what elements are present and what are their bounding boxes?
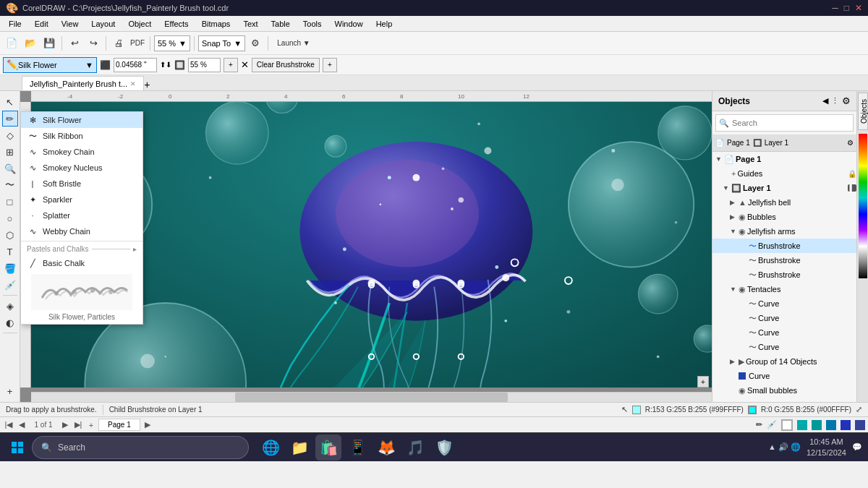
stroke-color-box[interactable] <box>781 419 793 431</box>
add-page-button[interactable]: + <box>2 383 18 399</box>
shadow-tool[interactable]: ◐ <box>2 314 18 330</box>
objects-panel-settings[interactable]: ⚙ <box>842 95 851 106</box>
objects-panel-collapse[interactable]: ◀ <box>822 95 828 106</box>
taskbar-search[interactable]: 🔍 Search <box>32 436 249 459</box>
tree-item-curve-single[interactable]: ▶ Curve <box>712 369 856 383</box>
guides-action[interactable]: 🔒 <box>848 170 856 178</box>
text-tool[interactable]: T <box>2 244 18 260</box>
nav-settings-icon[interactable]: ⚙ <box>847 139 854 147</box>
crop-tool[interactable]: ⊞ <box>2 144 18 160</box>
add-button[interactable]: + <box>323 58 337 72</box>
brush-size-spinner[interactable]: ⬆⬇ <box>160 61 171 69</box>
tree-item-curve4[interactable]: ▶ 〜 Curve <box>712 340 856 354</box>
notification-icon[interactable]: 💬 <box>852 442 862 452</box>
objects-search-box[interactable]: 🔍 <box>715 114 854 132</box>
tree-item-smallbubbles1[interactable]: ▶ ◉ Small bubbles <box>712 383 856 398</box>
undo-button[interactable]: ↩ <box>66 35 83 52</box>
maximize-button[interactable]: □ <box>844 3 849 13</box>
add-page-nav-button[interactable]: + <box>85 419 97 431</box>
brush-item-webbychain[interactable]: ∿ Webby Chain <box>21 223 142 239</box>
tree-item-page1[interactable]: ▼ 📄 Page 1 <box>712 152 856 166</box>
tree-item-curve1[interactable]: ▶ 〜 Curve <box>712 296 856 311</box>
brush-selector[interactable]: ✏️ Silk Flower ▼ <box>3 57 97 73</box>
snaptogrid-dropdown[interactable]: Snap To ▼ <box>198 35 245 51</box>
tree-item-smallbubbles2[interactable]: ▶ ◉ Small bubbles <box>712 398 856 402</box>
taskbar-app-store[interactable]: 🛍️ <box>315 435 341 461</box>
launch-button[interactable]: Launch ▼ <box>272 35 315 52</box>
brush-tool[interactable]: ✏ <box>2 111 18 127</box>
brush-item-splatter[interactable]: · Splatter <box>21 207 142 223</box>
fill-tool[interactable]: 🪣 <box>2 260 18 276</box>
tree-item-jelly-arms[interactable]: ▼ ◉ Jellyfish arms <box>712 224 856 239</box>
fill-color-box-3[interactable] <box>826 420 836 430</box>
minimize-button[interactable]: ─ <box>832 3 838 13</box>
freehand-tool[interactable]: 〜 <box>2 177 18 193</box>
menu-item-window[interactable]: Window <box>329 18 369 30</box>
menu-item-table[interactable]: Table <box>265 18 296 30</box>
tree-item-tentacles[interactable]: ▼ ◉ Tentacles <box>712 282 856 296</box>
brush-item-silkflower[interactable]: ✻ Silk Flower <box>21 112 142 128</box>
taskbar-app-phone[interactable]: 📱 <box>344 435 370 461</box>
shape-tool[interactable]: ◇ <box>2 127 18 143</box>
taskbar-clock[interactable]: 10:45 AM 12/15/2024 <box>807 437 846 458</box>
eyedropper-bottom-icon[interactable]: 💉 <box>767 420 777 429</box>
brush-item-smokeychain[interactable]: ∿ Smokey Chain <box>21 144 142 160</box>
taskbar-app-files[interactable]: 📁 <box>286 435 312 461</box>
menu-item-help[interactable]: Help <box>370 18 399 30</box>
tree-item-brushstroke2[interactable]: ▶ 〜 Brushstroke <box>712 253 856 267</box>
taskbar-app-browser[interactable]: 🌐 <box>258 435 284 461</box>
brush-item-softbristle[interactable]: | Soft Bristle <box>21 176 142 192</box>
options-button[interactable]: ⚙ <box>247 35 264 52</box>
tree-item-group14[interactable]: ▶ ▶ Group of 14 Objects <box>712 354 856 369</box>
menu-item-tools[interactable]: Tools <box>297 18 328 30</box>
zoom-in-button[interactable]: + <box>697 376 709 388</box>
brush-item-basicchalk[interactable]: ╱ Basic Chalk <box>21 255 142 271</box>
export-button[interactable]: PDF <box>129 35 146 52</box>
brush-item-smokeynucleus[interactable]: ∿ Smokey Nucleus <box>21 160 142 176</box>
clear-brushstroke-button[interactable]: Clear Brushstroke <box>252 58 320 72</box>
tree-item-jelly-bell[interactable]: ▶ ▲ Jellyfish bell <box>712 195 856 210</box>
page-options-button[interactable]: ▶ <box>142 419 153 431</box>
close-button[interactable]: ✕ <box>855 3 862 13</box>
category-arrow[interactable]: ▸ <box>133 245 137 253</box>
objects-search-input[interactable] <box>732 119 850 127</box>
fill-color-box-2[interactable] <box>812 420 822 430</box>
brush-item-silkribbon[interactable]: 〜 Silk Ribbon <box>21 128 142 144</box>
canvas-area[interactable]: -4 -2 0 2 4 6 8 10 12 <box>20 91 712 402</box>
save-button[interactable]: 💾 <box>41 35 58 52</box>
zoom-tool[interactable]: 🔍 <box>2 160 18 176</box>
last-page-button[interactable]: ▶| <box>72 419 84 431</box>
page-tab-1[interactable]: Page 1 <box>98 419 140 431</box>
fill-color-box-4[interactable] <box>841 420 851 430</box>
brush-item-sparkler[interactable]: ✦ Sparkler <box>21 192 142 207</box>
open-button[interactable]: 📂 <box>22 35 39 52</box>
polygon-tool[interactable]: ⬡ <box>2 227 18 243</box>
tab-jellyfish[interactable]: Jellyfish_Painterly Brush t... ✕ <box>22 76 144 90</box>
zoom-input[interactable] <box>188 58 221 72</box>
fill-color-box-5[interactable] <box>855 420 865 430</box>
menu-item-file[interactable]: File <box>3 18 27 30</box>
tree-item-curve3[interactable]: ▶ 〜 Curve <box>712 325 856 340</box>
pick-tool[interactable]: ↖ <box>2 94 18 110</box>
menu-item-object[interactable]: Object <box>122 18 157 30</box>
print-button[interactable]: 🖨 <box>110 35 127 52</box>
tree-item-bubbles[interactable]: ▶ ◉ Bubbles <box>712 210 856 224</box>
canvas-scrollbar-h[interactable] <box>31 392 712 402</box>
menu-item-layout[interactable]: Layout <box>85 18 121 30</box>
objects-panel-options[interactable]: ⋮ <box>831 95 839 106</box>
fill-color-box-1[interactable] <box>797 420 807 430</box>
taskbar-app-music[interactable]: 🎵 <box>402 435 428 461</box>
tree-item-brushstroke3[interactable]: ▶ 〜 Brushstroke <box>712 267 856 282</box>
menu-item-edit[interactable]: Edit <box>29 18 54 30</box>
zoom-fit-button[interactable]: + <box>224 58 238 72</box>
objects-tab[interactable]: Objects <box>858 93 868 130</box>
interactive-fill[interactable]: ◈ <box>2 298 18 314</box>
tree-item-brushstroke1[interactable]: ▶ 〜 Brushstroke <box>712 239 856 253</box>
redo-button[interactable]: ↪ <box>85 35 102 52</box>
edit-icon[interactable]: ✏ <box>756 420 762 429</box>
brush-size-input[interactable] <box>114 58 157 72</box>
taskbar-app-firefox[interactable]: 🦊 <box>373 435 399 461</box>
rect-tool[interactable]: □ <box>2 194 18 210</box>
start-button[interactable] <box>6 436 29 459</box>
menu-item-view[interactable]: View <box>56 18 85 30</box>
